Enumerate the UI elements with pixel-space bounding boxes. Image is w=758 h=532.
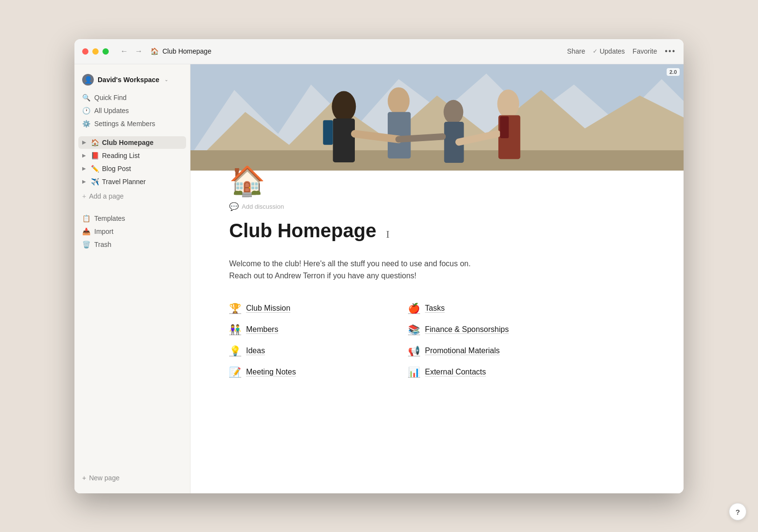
more-options-button[interactable]: ••• xyxy=(665,47,676,56)
forward-button[interactable]: → xyxy=(133,46,145,57)
sidebar-item-travel-planner[interactable]: ▶ ✈️ Travel Planner xyxy=(78,175,186,188)
link-label-club-mission: Club Mission xyxy=(246,304,291,313)
sidebar-label-trash: Trash xyxy=(94,241,111,248)
sidebar-item-reading-list[interactable]: ▶ 📕 Reading List xyxy=(78,149,186,162)
arrow-icon: ▶ xyxy=(82,166,88,171)
page-emoji-reading-list: 📕 xyxy=(91,152,99,159)
page-title-bar: 🏠 Club Homepage xyxy=(150,47,567,55)
links-column-left: 🏆 Club Mission 👫 Members 💡 Ideas 📝 xyxy=(229,298,408,383)
link-label-promotional: Promotional Materials xyxy=(425,346,500,355)
page-large-emoji: 🏠 xyxy=(229,156,587,198)
sidebar-item-quick-find[interactable]: 🔍 Quick Find xyxy=(78,91,186,104)
new-page-label: New page xyxy=(89,474,119,482)
titlebar: ← → 🏠 Club Homepage Share ✓ Updates Favo… xyxy=(74,39,684,64)
trophy-icon: 🏆 xyxy=(229,302,241,314)
main-area: 👤 David's Workspace ⌄ 🔍 Quick Find 🕐 All… xyxy=(74,64,684,493)
add-page-label: Add a page xyxy=(89,192,124,200)
link-external-contacts[interactable]: 📊 External Contacts xyxy=(408,361,587,383)
link-label-finance: Finance & Sponsorships xyxy=(425,325,509,334)
sidebar-item-settings[interactable]: ⚙️ Settings & Members xyxy=(78,117,186,130)
traffic-lights xyxy=(82,48,109,55)
favorite-button[interactable]: Favorite xyxy=(633,47,657,55)
plus-icon: + xyxy=(82,192,86,200)
clock-icon: 🕐 xyxy=(82,107,90,115)
back-button[interactable]: ← xyxy=(118,46,130,57)
notes-icon: 📝 xyxy=(229,366,241,378)
sidebar: 👤 David's Workspace ⌄ 🔍 Quick Find 🕐 All… xyxy=(74,64,190,493)
sidebar-label-reading-list: Reading List xyxy=(102,152,140,159)
tasks-icon: 🍎 xyxy=(408,302,420,314)
maximize-button[interactable] xyxy=(102,48,109,55)
link-club-mission[interactable]: 🏆 Club Mission xyxy=(229,298,408,319)
arrow-icon: ▶ xyxy=(82,179,88,184)
page-body: 🏠 💬 Add discussion Club Homepage I Welco… xyxy=(190,156,626,412)
nav-arrows: ← → xyxy=(118,46,145,57)
workspace-header[interactable]: 👤 David's Workspace ⌄ xyxy=(74,72,190,91)
discussion-bar[interactable]: 💬 Add discussion xyxy=(229,202,587,211)
books-icon: 📚 xyxy=(408,324,420,335)
link-label-members: Members xyxy=(246,325,278,334)
megaphone-icon: 📢 xyxy=(408,345,420,357)
plus-icon: + xyxy=(82,474,86,482)
discussion-icon: 💬 xyxy=(229,202,239,211)
sidebar-label-travel-planner: Travel Planner xyxy=(102,178,146,186)
sidebar-item-templates[interactable]: 📋 Templates xyxy=(78,212,186,225)
link-label-tasks: Tasks xyxy=(425,304,445,313)
svg-point-4 xyxy=(332,91,356,121)
svg-line-13 xyxy=(399,136,443,139)
bulb-icon: 💡 xyxy=(229,345,241,357)
page-icon: 🏠 xyxy=(150,47,159,55)
link-meeting-notes[interactable]: 📝 Meeting Notes xyxy=(229,361,408,383)
version-badge: 2.0 xyxy=(667,68,680,76)
trash-icon: 🗑️ xyxy=(82,241,90,248)
link-finance[interactable]: 📚 Finance & Sponsorships xyxy=(408,319,587,340)
sidebar-pages: ▶ 🏠 Club Homepage ▶ 📕 Reading List ▶ ✏️ … xyxy=(74,136,190,202)
sidebar-label-club-homepage: Club Homepage xyxy=(102,139,154,146)
discussion-label: Add discussion xyxy=(242,203,284,210)
sidebar-label-all-updates: All Updates xyxy=(94,107,129,115)
sidebar-nav: 🔍 Quick Find 🕐 All Updates ⚙️ Settings &… xyxy=(74,91,190,130)
svg-line-12 xyxy=(355,134,399,139)
sidebar-label-settings: Settings & Members xyxy=(94,120,155,128)
add-page-button[interactable]: + Add a page xyxy=(78,190,186,202)
sidebar-item-club-homepage[interactable]: ▶ 🏠 Club Homepage xyxy=(78,136,186,149)
sidebar-item-trash[interactable]: 🗑️ Trash xyxy=(78,238,186,251)
link-ideas[interactable]: 💡 Ideas xyxy=(229,340,408,361)
link-members[interactable]: 👫 Members xyxy=(229,319,408,340)
chevron-down-icon: ⌄ xyxy=(164,77,168,82)
link-tasks[interactable]: 🍎 Tasks xyxy=(408,298,587,319)
updates-button[interactable]: ✓ Updates xyxy=(593,47,625,55)
arrow-icon: ▶ xyxy=(82,140,88,145)
svg-point-10 xyxy=(497,89,519,118)
link-label-external-contacts: External Contacts xyxy=(425,368,486,376)
sidebar-item-all-updates[interactable]: 🕐 All Updates xyxy=(78,104,186,117)
page-title[interactable]: Club Homepage xyxy=(229,219,376,242)
gear-icon: ⚙️ xyxy=(82,120,90,128)
page-description: Welcome to the club! Here's all the stuf… xyxy=(229,258,587,282)
new-page-button[interactable]: + New page xyxy=(74,470,190,486)
page-content: 2.0 🏠 💬 Add discussion Club Homepage I W… xyxy=(190,64,684,493)
page-emoji-travel-planner: ✈️ xyxy=(91,178,99,186)
app-window: ← → 🏠 Club Homepage Share ✓ Updates Favo… xyxy=(74,39,684,493)
share-button[interactable]: Share xyxy=(567,47,585,55)
title-row: Club Homepage I xyxy=(229,219,587,250)
sidebar-label-quick-find: Quick Find xyxy=(94,94,127,101)
svg-point-8 xyxy=(444,100,464,124)
svg-rect-15 xyxy=(323,120,333,144)
page-emoji-club-homepage: 🏠 xyxy=(91,139,99,146)
page-emoji-blog-post: ✏️ xyxy=(91,165,99,173)
sidebar-bottom-section: 📋 Templates 📥 Import 🗑️ Trash xyxy=(74,212,190,251)
minimize-button[interactable] xyxy=(92,48,99,55)
sidebar-item-import[interactable]: 📥 Import xyxy=(78,225,186,238)
close-button[interactable] xyxy=(82,48,88,55)
contacts-icon: 📊 xyxy=(408,366,420,378)
avatar: 👤 xyxy=(82,74,94,86)
sidebar-item-blog-post[interactable]: ▶ ✏️ Blog Post xyxy=(78,162,186,175)
sidebar-footer: + New page xyxy=(74,470,190,486)
link-label-meeting-notes: Meeting Notes xyxy=(246,368,296,376)
svg-point-6 xyxy=(388,87,409,115)
workspace-name: David's Workspace xyxy=(98,76,160,84)
search-icon: 🔍 xyxy=(82,94,90,101)
link-promotional[interactable]: 📢 Promotional Materials xyxy=(408,340,587,361)
templates-icon: 📋 xyxy=(82,215,90,222)
